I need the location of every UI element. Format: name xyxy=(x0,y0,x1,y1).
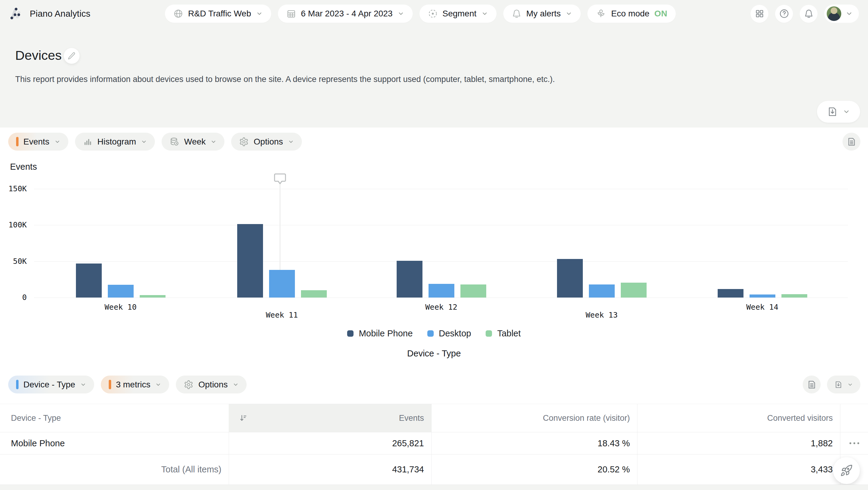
bar-tablet-week-14[interactable] xyxy=(781,294,807,297)
cell-total-events: 431,734 xyxy=(229,455,431,485)
segment-picker[interactable]: Segment xyxy=(420,5,497,23)
bar-mobile-phone-week-10[interactable] xyxy=(76,263,102,297)
legend-swatch xyxy=(486,330,492,337)
user-menu[interactable] xyxy=(824,5,859,23)
site-picker[interactable]: R&D Traffic Web xyxy=(165,5,271,23)
legend-item-mobile-phone[interactable]: Mobile Phone xyxy=(347,328,412,338)
granularity-picker[interactable]: Week xyxy=(162,133,224,151)
chevron-down-icon xyxy=(54,139,60,145)
chevron-down-icon xyxy=(482,10,488,17)
date-range-picker[interactable]: 6 Mar 2023 - 4 Apr 2023 xyxy=(278,5,413,23)
export-report-button[interactable] xyxy=(817,101,860,123)
chevron-down-icon xyxy=(845,10,853,17)
dimension-bar-icon xyxy=(16,380,19,389)
page-description: This report provides information about d… xyxy=(15,75,555,84)
sort-descending-icon[interactable] xyxy=(239,404,248,432)
comment-bubble-icon[interactable] xyxy=(274,173,286,185)
metric-bar-icon xyxy=(16,137,19,146)
file-download-icon xyxy=(834,380,842,390)
chevron-down-icon xyxy=(398,10,404,17)
chart-options-menu[interactable]: Options xyxy=(231,133,302,151)
chart-legend: Mobile Phone Desktop Tablet xyxy=(0,328,868,338)
y-axis-tick: 0 xyxy=(0,293,27,302)
bar-tablet-week-12[interactable] xyxy=(460,285,486,297)
chart-x-axis-title: Device - Type xyxy=(0,349,868,359)
chart-type-label: Histogram xyxy=(97,137,136,146)
launch-assistant-button[interactable] xyxy=(833,457,860,484)
table-notes-button[interactable] xyxy=(803,375,820,393)
column-header-device-type[interactable]: Device - Type xyxy=(0,404,229,432)
chevron-down-icon xyxy=(565,10,572,17)
notifications-bell-icon xyxy=(804,9,814,19)
x-axis-tick: Week 14 xyxy=(746,303,778,312)
table-metrics-label: 3 metrics xyxy=(116,380,151,390)
legend-item-desktop[interactable]: Desktop xyxy=(427,328,471,338)
my-alerts-menu[interactable]: My alerts xyxy=(503,5,581,23)
chevron-down-icon xyxy=(847,381,853,388)
histogram-icon xyxy=(83,137,93,146)
table-options-menu[interactable]: Options xyxy=(176,375,247,393)
bar-tablet-week-11[interactable] xyxy=(301,290,327,297)
table-options-label: Options xyxy=(198,380,228,390)
table-row-total[interactable]: Total (All items) 431,734 20.52 % 3,433 xyxy=(0,455,868,485)
table-dimension-label: Device - Type xyxy=(23,380,75,390)
cell-conversion-rate: 18.43 % xyxy=(431,432,637,454)
bar-desktop-week-10[interactable] xyxy=(108,285,134,297)
cell-converted-visitors: 1,882 xyxy=(637,432,840,454)
chart-metric-picker[interactable]: Events xyxy=(8,133,68,151)
bar-tablet-week-10[interactable] xyxy=(140,295,165,297)
chart-notes-button[interactable] xyxy=(842,133,860,151)
x-axis-tick: Week 13 xyxy=(586,311,617,319)
eco-mode-label: Eco mode xyxy=(611,9,649,19)
bar-mobile-phone-week-13[interactable] xyxy=(557,259,583,297)
calendar-icon xyxy=(286,9,296,19)
brand: Piano Analytics xyxy=(9,7,91,21)
column-header-events[interactable]: Events xyxy=(229,404,431,432)
chevron-down-icon xyxy=(843,108,850,116)
table-metrics-picker[interactable]: 3 metrics xyxy=(101,375,169,393)
table-dimension-picker[interactable]: Device - Type xyxy=(8,375,94,393)
legend-item-tablet[interactable]: Tablet xyxy=(486,328,521,338)
gridline xyxy=(34,261,848,262)
document-icon xyxy=(807,380,817,390)
more-options-icon[interactable] xyxy=(840,442,868,444)
legend-label: Desktop xyxy=(439,328,471,338)
bar-desktop-week-12[interactable] xyxy=(429,284,454,297)
cell-total-label: Total (All items) xyxy=(0,455,229,485)
top-bar-actions xyxy=(750,5,859,23)
document-icon xyxy=(847,137,857,146)
segment-label: Segment xyxy=(442,9,476,19)
chart-y-axis-title: Events xyxy=(10,162,37,172)
bar-tablet-week-13[interactable] xyxy=(621,283,647,297)
chart-type-picker[interactable]: Histogram xyxy=(75,133,155,151)
bar-desktop-week-13[interactable] xyxy=(589,285,615,297)
rocket-icon xyxy=(840,464,853,477)
bar-mobile-phone-week-11[interactable] xyxy=(237,224,263,297)
table-row-mobile-phone[interactable]: Mobile Phone 265,821 18.43 % 1,882 xyxy=(0,432,868,455)
legend-swatch xyxy=(427,330,434,337)
help-button[interactable] xyxy=(775,5,793,23)
apps-grid-button[interactable] xyxy=(750,5,768,23)
column-header-conversion-rate[interactable]: Conversion rate (visitor) xyxy=(431,404,637,432)
date-range-label: 6 Mar 2023 - 4 Apr 2023 xyxy=(301,9,393,19)
edit-title-button[interactable] xyxy=(64,48,80,64)
eco-mode-toggle[interactable]: Eco mode ON xyxy=(587,5,676,23)
bar-desktop-week-11[interactable] xyxy=(269,270,295,297)
chevron-down-icon xyxy=(141,139,147,145)
gridline xyxy=(34,189,848,189)
chevron-down-icon xyxy=(211,139,217,145)
cell-total-converted-visitors: 3,433 xyxy=(637,455,840,485)
bar-desktop-week-14[interactable] xyxy=(749,294,775,297)
edit-pencil-icon xyxy=(67,52,76,60)
apps-grid-icon xyxy=(755,9,765,19)
chevron-down-icon xyxy=(256,10,263,17)
data-table: Device - Type Events Conversion rate (vi… xyxy=(0,404,868,485)
cell-events: 265,821 xyxy=(229,432,431,454)
column-header-converted-visitors[interactable]: Converted visitors xyxy=(637,404,840,432)
notifications-button[interactable] xyxy=(800,5,817,23)
eco-mode-state: ON xyxy=(654,9,667,19)
table-export-button[interactable] xyxy=(827,375,860,393)
bar-mobile-phone-week-14[interactable] xyxy=(718,289,743,297)
cell-total-conversion-rate: 20.52 % xyxy=(431,455,637,485)
bar-mobile-phone-week-12[interactable] xyxy=(397,261,423,297)
